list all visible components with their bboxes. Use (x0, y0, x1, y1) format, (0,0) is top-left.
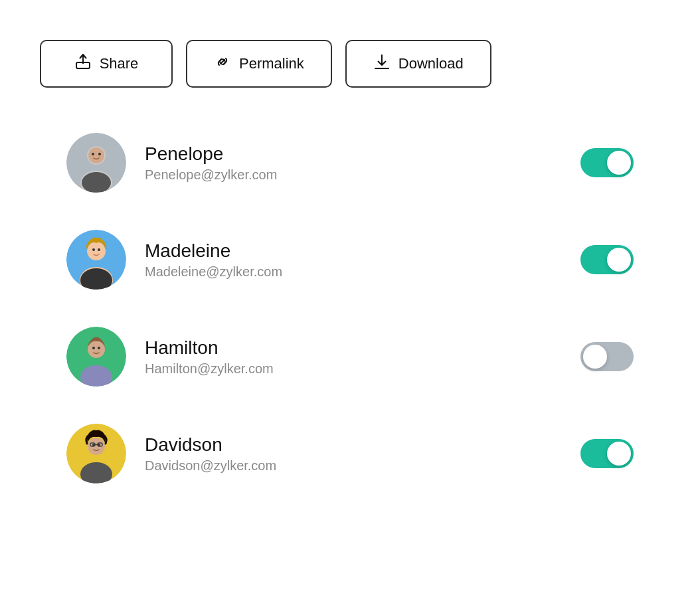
svg-point-8 (98, 153, 101, 155)
share-label: Share (100, 55, 139, 72)
download-icon (373, 53, 391, 74)
svg-point-10 (87, 242, 106, 260)
avatar-hamilton (66, 327, 126, 387)
contact-info-davidson: Davidson Davidson@zylker.com (145, 434, 562, 474)
contact-email-davidson: Davidson@zylker.com (145, 458, 562, 474)
toggle-slider-davidson (580, 439, 634, 468)
contact-email-penelope: Penelope@zylker.com (145, 167, 562, 183)
toggle-slider-madeleine (580, 245, 634, 274)
contact-item-madeleine: Madeleine Madeleine@zylker.com (40, 211, 660, 308)
toggle-penelope[interactable] (580, 148, 634, 177)
contact-item-penelope: Penelope Penelope@zylker.com (40, 114, 660, 211)
toggle-wrap-penelope (580, 148, 634, 177)
toggle-slider-penelope (580, 148, 634, 177)
contact-info-penelope: Penelope Penelope@zylker.com (145, 143, 562, 183)
action-buttons-row: Share Permalink Download (40, 40, 660, 88)
svg-point-5 (88, 147, 104, 163)
download-label: Download (398, 55, 464, 72)
contact-email-madeleine: Madeleine@zylker.com (145, 264, 562, 280)
share-icon (74, 53, 92, 74)
avatar-penelope (66, 133, 126, 193)
download-button[interactable]: Download (345, 40, 491, 88)
contact-info-hamilton: Hamilton Hamilton@zylker.com (145, 337, 562, 377)
avatar-davidson (66, 424, 126, 483)
toggle-slider-hamilton (580, 342, 634, 371)
contact-name-davidson: Davidson (145, 434, 562, 456)
contact-email-hamilton: Hamilton@zylker.com (145, 361, 562, 377)
permalink-icon (214, 53, 231, 74)
toggle-wrap-madeleine (580, 245, 634, 274)
svg-point-19 (98, 347, 100, 349)
contact-name-hamilton: Hamilton (145, 337, 562, 359)
svg-point-6 (82, 172, 111, 193)
contact-item-hamilton: Hamilton Hamilton@zylker.com (40, 308, 660, 405)
share-button[interactable]: Share (40, 40, 173, 88)
permalink-label: Permalink (239, 55, 304, 72)
svg-point-13 (98, 248, 100, 251)
contact-list: Penelope Penelope@zylker.com M (40, 114, 660, 502)
svg-point-18 (92, 347, 95, 349)
contact-name-madeleine: Madeleine (145, 240, 562, 262)
contact-info-madeleine: Madeleine Madeleine@zylker.com (145, 240, 562, 280)
svg-point-7 (92, 153, 94, 155)
avatar-madeleine (66, 230, 126, 290)
contact-name-penelope: Penelope (145, 143, 562, 165)
svg-point-16 (88, 341, 105, 358)
contact-item-davidson: Davidson Davidson@zylker.com (40, 405, 660, 502)
permalink-button[interactable]: Permalink (186, 40, 332, 88)
toggle-wrap-hamilton (580, 342, 634, 371)
toggle-hamilton[interactable] (580, 342, 634, 371)
toggle-wrap-davidson (580, 439, 634, 468)
toggle-madeleine[interactable] (580, 245, 634, 274)
toggle-davidson[interactable] (580, 439, 634, 468)
svg-point-12 (92, 248, 95, 251)
